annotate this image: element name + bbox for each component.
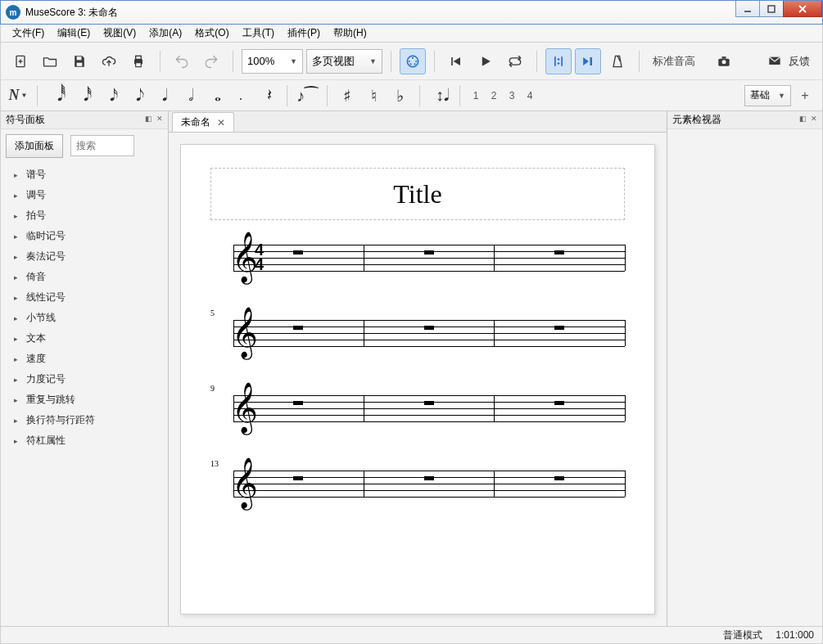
duration-32nd-button[interactable]: 𝅘𝅥𝅰 <box>72 86 95 105</box>
menu-help[interactable]: 帮助(H) <box>327 25 373 42</box>
palette-item[interactable]: 调号 <box>6 185 163 205</box>
workspace-dropdown[interactable]: 基础 ▼ <box>744 85 791 106</box>
rewind-button[interactable] <box>443 48 469 74</box>
menu-add[interactable]: 添加(A) <box>142 25 188 42</box>
feedback-button[interactable]: 反馈 <box>760 48 816 74</box>
palette-item[interactable]: 文本 <box>6 328 163 349</box>
rest-button[interactable]: 𝄽 <box>255 86 278 105</box>
time-signature[interactable]: 44 <box>255 242 264 272</box>
menu-file[interactable]: 文件(F) <box>6 25 51 42</box>
palette-item[interactable]: 临时记号 <box>6 226 163 246</box>
whole-rest[interactable] <box>424 326 434 330</box>
metronome-button[interactable] <box>604 48 631 74</box>
whole-rest[interactable] <box>554 401 564 405</box>
print-button[interactable] <box>125 48 151 74</box>
title-frame[interactable]: Title <box>210 168 625 220</box>
duration-whole-button[interactable]: 𝅝 <box>203 86 226 105</box>
view-mode-dropdown[interactable]: 多页视图 ▼ <box>306 49 382 74</box>
flip-button[interactable]: ↕𝅘𝅥 <box>428 86 451 105</box>
whole-rest[interactable] <box>554 250 564 254</box>
zoom-input[interactable] <box>242 55 285 67</box>
feedback-label: 反馈 <box>789 54 810 69</box>
duration-64th-button[interactable]: 𝅘𝅥𝅱 <box>46 86 69 105</box>
score-page[interactable]: Title 𝄞445𝄞9𝄞13𝄞 <box>180 144 655 615</box>
whole-rest[interactable] <box>293 401 303 405</box>
voice-3-button[interactable]: 3 <box>504 90 519 101</box>
whole-rest[interactable] <box>293 476 303 480</box>
treble-clef[interactable]: 𝄞 <box>232 310 258 354</box>
menu-edit[interactable]: 编辑(E) <box>51 25 97 42</box>
palette-item[interactable]: 线性记号 <box>6 287 163 308</box>
palette-item[interactable]: 符杠属性 <box>6 430 163 451</box>
whole-rest[interactable] <box>293 326 303 330</box>
zoom-control[interactable]: ▼ <box>242 49 303 74</box>
panel-undock-icon[interactable]: ◧ <box>143 114 153 124</box>
sharp-button[interactable]: ♯ <box>336 86 359 106</box>
duration-8th-button[interactable]: 𝅘𝅥𝅮 <box>124 86 147 105</box>
duration-16th-button[interactable]: 𝅘𝅥𝅯 <box>98 86 121 105</box>
play-button[interactable] <box>473 48 499 74</box>
natural-button[interactable]: ♮ <box>362 86 385 106</box>
whole-rest[interactable] <box>424 250 434 254</box>
menu-format[interactable]: 格式(O) <box>188 25 235 42</box>
palette-item[interactable]: 小节线 <box>6 308 163 328</box>
note-input-mode-button[interactable]: N▼ <box>7 85 29 106</box>
chevron-down-icon[interactable]: ▼ <box>285 57 302 65</box>
duration-quarter-button[interactable]: 𝅘𝅥 <box>151 86 174 105</box>
staff-system[interactable]: 𝄞44 <box>210 245 625 274</box>
screenshot-button[interactable] <box>711 48 737 74</box>
palette-item[interactable]: 重复与跳转 <box>6 390 163 410</box>
flat-button[interactable]: ♭ <box>388 86 411 106</box>
panel-undock-icon[interactable]: ◧ <box>798 114 807 124</box>
palette-item[interactable]: 谱号 <box>6 164 163 185</box>
open-file-button[interactable] <box>37 48 63 74</box>
score-title[interactable]: Title <box>393 179 441 209</box>
duration-dot-button[interactable]: . <box>229 88 252 103</box>
midi-toggle-button[interactable] <box>400 48 426 74</box>
undo-button[interactable] <box>169 48 195 74</box>
close-tab-icon[interactable]: ✕ <box>217 117 225 128</box>
cloud-button[interactable] <box>96 48 122 74</box>
add-palette-button[interactable]: 添加面板 <box>6 134 63 158</box>
add-workspace-button[interactable]: + <box>794 85 816 106</box>
score-viewport[interactable]: Title 𝄞445𝄞9𝄞13𝄞 <box>169 133 667 626</box>
palette-item[interactable]: 奏法记号 <box>6 246 163 267</box>
palette-item[interactable]: 力度记号 <box>6 369 163 390</box>
duration-half-button[interactable]: 𝅗𝅥 <box>177 86 200 105</box>
whole-rest[interactable] <box>293 250 303 254</box>
treble-clef[interactable]: 𝄞 <box>232 385 258 430</box>
staff-system[interactable]: 5𝄞 <box>210 320 625 349</box>
staff-system[interactable]: 9𝄞 <box>210 395 625 425</box>
voice-1-button[interactable]: 1 <box>468 90 483 101</box>
menu-plugins[interactable]: 插件(P) <box>281 25 327 42</box>
minimize-button[interactable] <box>735 1 760 17</box>
palette-item[interactable]: 拍号 <box>6 205 163 226</box>
treble-clef[interactable]: 𝄞 <box>232 461 258 505</box>
loop-button[interactable] <box>502 48 528 74</box>
whole-rest[interactable] <box>554 326 564 330</box>
concert-pitch-button[interactable]: 标准音高 <box>648 54 700 69</box>
close-button[interactable] <box>783 1 822 17</box>
menu-tools[interactable]: 工具(T) <box>236 25 281 42</box>
menu-view[interactable]: 视图(V) <box>97 25 142 42</box>
pan-button[interactable] <box>575 48 601 74</box>
voice-4-button[interactable]: 4 <box>522 90 537 101</box>
staff-system[interactable]: 13𝄞 <box>210 471 625 500</box>
voice-2-button[interactable]: 2 <box>486 90 501 101</box>
tie-button[interactable]: ♪⁀ <box>296 86 319 106</box>
whole-rest[interactable] <box>424 476 434 480</box>
redo-button[interactable] <box>198 48 224 74</box>
maximize-button[interactable] <box>759 1 784 17</box>
whole-rest[interactable] <box>554 476 564 480</box>
palette-item[interactable]: 速度 <box>6 349 163 369</box>
panel-close-icon[interactable]: ✕ <box>155 114 165 124</box>
panel-close-icon[interactable]: ✕ <box>809 114 819 124</box>
document-tab[interactable]: 未命名 ✕ <box>172 112 234 132</box>
new-file-button[interactable] <box>7 48 34 74</box>
repeat-play-button[interactable] <box>545 48 572 74</box>
palette-item[interactable]: 换行符与行距符 <box>6 410 163 430</box>
whole-rest[interactable] <box>424 401 434 405</box>
palette-item[interactable]: 倚音 <box>6 267 163 287</box>
palette-search-input[interactable] <box>70 135 134 156</box>
save-button[interactable] <box>66 48 93 74</box>
